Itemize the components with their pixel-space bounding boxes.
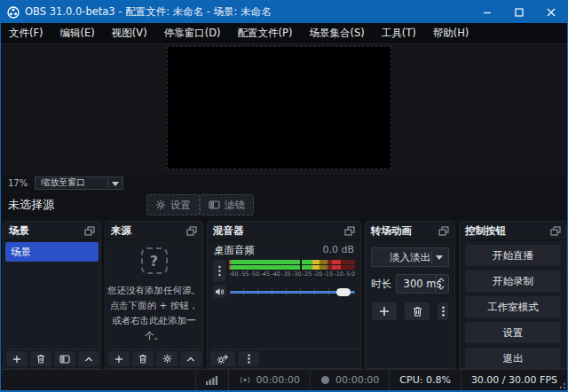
volume-meter-right [229,265,355,270]
menu-file[interactable]: 文件(F) [9,27,43,40]
sources-toolbar [108,349,200,366]
popout-icon[interactable] [438,226,449,236]
duration-label: 时长 [371,278,391,291]
status-bar: 00:00:00 00:00:00 CPU: 0.8% 30.00 / 30.0… [1,369,567,390]
start-streaming-button[interactable]: 开始直播 [465,245,561,266]
duration-spinbox[interactable]: 300 ms [396,274,449,294]
select-divider [431,250,432,264]
popout-icon[interactable] [84,226,95,236]
obs-logo-icon [7,6,20,19]
menu-help[interactable]: 帮助(H) [433,27,469,40]
broadcast-icon [239,375,251,385]
move-source-up-button[interactable] [180,351,201,366]
spin-down-icon[interactable] [438,286,445,290]
sources-dock: 来源 ? 您还没有添加任何源。 点击下面的 + 按钮， 或者右击此处添加一个。 [105,221,203,369]
transitions-dock-header[interactable]: 转场动画 [366,222,454,240]
scenes-toolbar [6,349,98,366]
menu-view[interactable]: 视图(V) [112,27,147,40]
audio-mixer-dock: 混音器 桌面音频 0.0 dB -60-55-50-45-40-35-30-25… [207,221,361,369]
mute-speaker-button[interactable] [213,285,226,298]
fps-value: 30.00 / 30.00 FPS [471,374,557,386]
mixer-dock-title: 混音器 [213,224,244,238]
maximize-button[interactable] [503,1,535,23]
titlebar: OBS 31.0.0-beta3 - 配置文件: 未命名 - 场景: 未命名 [1,1,567,23]
menu-profile[interactable]: 配置文件(P) [238,27,293,40]
scenes-dock: 场景 场景 [3,221,101,369]
volume-slider[interactable] [230,286,355,298]
no-source-selected-label: 未选择源 [8,197,54,213]
menu-docks[interactable]: 停靠窗口(D) [164,27,221,40]
cpu-usage-group: CPU: 0.8% [389,370,461,390]
controls-dock-header[interactable]: 控制按钮 [460,222,566,240]
transition-selected-value: 淡入淡出 [390,251,430,264]
transition-duration-row: 时长 300 ms [371,274,449,294]
window-title: OBS 31.0.0-beta3 - 配置文件: 未命名 - 场景: 未命名 [25,5,471,19]
sources-empty-text-3: 或者右击此处添加一个。 [106,313,202,343]
source-filters-label: 滤镜 [225,199,245,212]
controls-dock: 控制按钮 开始直播 开始录制 工作室模式 设置 退出 [459,221,567,369]
transitions-dock-title: 转场动画 [371,224,412,238]
source-properties-button[interactable]: 设置 [146,194,200,216]
source-properties-toolbar-button[interactable] [156,351,178,366]
settings-button[interactable]: 设置 [465,322,561,343]
remove-scene-button[interactable] [30,351,51,366]
scene-list-item-selected[interactable]: 场景 [5,242,99,262]
volume-meter-left [229,260,355,264]
stream-time-group: 00:00:00 [228,370,310,390]
docks-area: 场景 场景 来源 ? 您还没有添加任何源。 点击下面的 + 按钮， [1,219,567,369]
add-source-button[interactable] [108,351,130,366]
slider-handle[interactable] [336,288,351,296]
sources-dock-title: 来源 [111,224,131,238]
chevron-down-icon [436,255,443,260]
scenes-dock-header[interactable]: 场景 [4,222,100,240]
sources-empty-text-1: 您还没有添加任何源。 [106,283,202,298]
remove-transition-button[interactable] [405,302,430,320]
zoom-mode-value: 缩放至窗口 [41,176,85,189]
advanced-audio-properties-button[interactable] [210,351,235,366]
preview-canvas[interactable] [167,46,391,169]
popout-icon[interactable] [186,226,197,236]
move-scene-up-button[interactable] [78,351,99,366]
volume-meter: -60-55-50-45-40-35-30-25-20-15-10-50 [229,260,355,282]
controls-dock-title: 控制按钮 [465,224,506,238]
studio-mode-button[interactable]: 工作室模式 [465,296,561,318]
transition-properties-button[interactable] [438,302,448,320]
sources-dock-header[interactable]: 来源 [106,222,202,240]
transitions-dock: 转场动画 淡入淡出 时长 300 ms [365,221,455,369]
transition-select[interactable]: 淡入淡出 [371,247,449,267]
menu-edit[interactable]: 编辑(E) [60,27,95,40]
popout-icon[interactable] [550,226,561,236]
channel-menu-button[interactable] [213,260,225,282]
mixer-meter-row: -60-55-50-45-40-35-30-25-20-15-10-50 [208,259,360,282]
preview-zoom-bar: 17% 缩放至窗口 [1,175,567,191]
mixer-toolbar [210,349,358,366]
start-recording-button[interactable]: 开始录制 [465,270,561,292]
connection-status-group [195,370,228,390]
source-context-bar: 未选择源 设置 滤镜 [1,191,567,219]
spin-up-icon[interactable] [438,278,445,282]
exit-button[interactable]: 退出 [465,348,561,369]
scene-filters-button[interactable] [54,351,75,366]
mixer-dock-header[interactable]: 混音器 [208,222,360,240]
question-mark-icon: ? [141,247,168,274]
cpu-usage-value: CPU: 0.8% [399,374,451,386]
resize-grip[interactable] [558,381,565,388]
minimize-button[interactable] [471,1,503,23]
sources-empty-text-2: 点击下面的 + 按钮， [106,298,202,313]
remove-source-button[interactable] [132,351,154,366]
mixer-toolbar-overflow-button[interactable] [238,351,259,366]
menu-scene-collection[interactable]: 场景集合(S) [309,27,364,40]
close-button[interactable] [535,1,567,23]
add-scene-button[interactable] [6,351,28,366]
fps-group: 30.00 / 30.00 FPS [461,370,567,390]
add-transition-button[interactable] [372,302,397,320]
scenes-dock-title: 场景 [9,224,29,238]
source-properties-label: 设置 [170,199,191,212]
zoom-mode-select[interactable]: 缩放至窗口 [35,176,123,190]
record-time-value: 00:00:00 [335,374,379,386]
source-filters-button[interactable]: 滤镜 [200,194,254,216]
transitions-buttons-row [366,302,454,320]
menu-tools[interactable]: 工具(T) [382,27,416,40]
popout-icon[interactable] [344,226,355,236]
volume-meter-scale: -60-55-50-45-40-35-30-25-20-15-10-50 [229,270,355,278]
